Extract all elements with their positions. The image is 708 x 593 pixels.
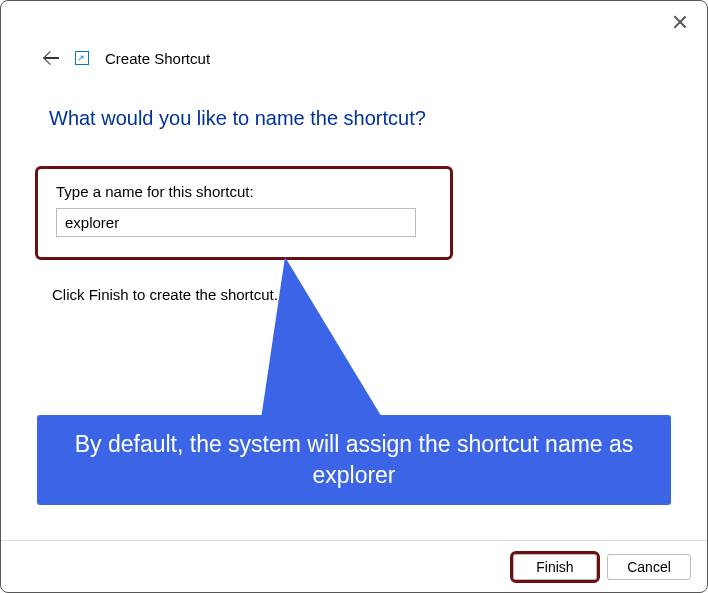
close-icon[interactable] [673,15,687,29]
svg-marker-0 [261,257,383,419]
input-highlight-box: Type a name for this shortcut: [35,166,453,260]
shortcut-name-input[interactable] [56,208,416,237]
dialog-header: Create Shortcut [1,1,707,67]
finish-button[interactable]: Finish [513,554,597,580]
dialog-title: Create Shortcut [105,50,210,67]
shortcut-icon [75,51,89,65]
back-arrow-icon[interactable] [43,49,61,67]
annotation-callout: By default, the system will assign the s… [37,415,671,505]
page-heading: What would you like to name the shortcut… [49,107,659,130]
cancel-button[interactable]: Cancel [607,554,691,580]
callout-text: By default, the system will assign the s… [57,429,651,491]
dialog-footer: Finish Cancel [1,540,707,592]
input-label: Type a name for this shortcut: [56,183,432,200]
